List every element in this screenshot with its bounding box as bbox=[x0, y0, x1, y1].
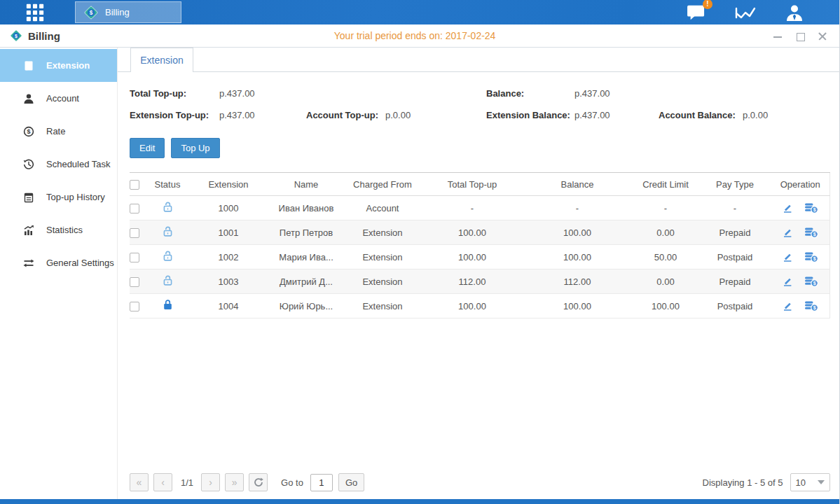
col-extension: Extension bbox=[187, 173, 270, 196]
tab-extension[interactable]: Extension bbox=[130, 48, 193, 72]
refresh-icon bbox=[254, 477, 263, 487]
sidebar-item-account[interactable]: Account bbox=[0, 82, 117, 115]
ledger-icon bbox=[23, 192, 34, 203]
sidebar-item-scheduled-task[interactable]: Scheduled Task bbox=[0, 148, 117, 181]
cell-balance: 100.00 bbox=[522, 220, 633, 245]
cell-extension: 1000 bbox=[187, 196, 270, 220]
sidebar-item-extension[interactable]: Extension bbox=[0, 49, 117, 82]
cell-total-topup: 100.00 bbox=[422, 220, 522, 245]
cell-extension: 1004 bbox=[187, 294, 270, 318]
minimize-button[interactable] bbox=[772, 31, 783, 42]
col-balance: Balance bbox=[522, 173, 633, 196]
cell-credit-limit: 0.00 bbox=[633, 220, 698, 245]
last-page-button[interactable]: » bbox=[225, 473, 244, 491]
top-up-button[interactable]: Top Up bbox=[171, 138, 219, 158]
maximize-button[interactable] bbox=[794, 31, 806, 42]
taskbar-tab-label: Billing bbox=[105, 7, 130, 18]
trial-notice: Your trial period ends on: 2017-02-24 bbox=[334, 30, 496, 41]
reports-button[interactable] bbox=[734, 4, 757, 22]
edit-row-icon[interactable] bbox=[782, 276, 793, 287]
arrows-settings-icon bbox=[23, 258, 34, 269]
sidebar-item-label: Rate bbox=[46, 126, 65, 136]
row-checkbox[interactable] bbox=[130, 204, 139, 214]
cell-total-topup: 112.00 bbox=[422, 270, 522, 294]
sidebar-item-general-settings[interactable]: General Settings bbox=[0, 246, 117, 279]
sidebar-item-topup-history[interactable]: Top-up History bbox=[0, 181, 117, 214]
user-menu-button[interactable] bbox=[783, 4, 806, 22]
cell-name: Юрий Юрь... bbox=[270, 294, 343, 318]
goto-page-input[interactable] bbox=[310, 474, 333, 491]
refresh-button[interactable] bbox=[249, 473, 268, 491]
account-topup-value: p.0.00 bbox=[385, 110, 486, 120]
sidebar-item-statistics[interactable]: Statistics bbox=[0, 214, 117, 246]
balance-label: Balance: bbox=[486, 88, 574, 99]
cell-extension: 1002 bbox=[187, 245, 270, 270]
top-up-row-icon[interactable]: $ bbox=[804, 227, 818, 238]
page-size-value: 10 bbox=[796, 477, 806, 488]
next-page-button[interactable]: › bbox=[201, 473, 220, 491]
row-checkbox[interactable] bbox=[130, 302, 139, 312]
table-header-row: Status Extension Name Charged From Total… bbox=[130, 173, 829, 196]
top-up-row-icon[interactable]: $ bbox=[804, 300, 818, 312]
svg-text:$: $ bbox=[15, 34, 18, 39]
row-checkbox[interactable] bbox=[130, 277, 139, 287]
row-checkbox[interactable] bbox=[130, 253, 139, 262]
goto-label: Go to bbox=[281, 477, 303, 488]
svg-text:$: $ bbox=[813, 207, 816, 213]
go-button[interactable]: Go bbox=[338, 473, 364, 491]
extension-topup-value: p.437.00 bbox=[219, 110, 306, 120]
sidebar-item-label: Top-up History bbox=[46, 192, 105, 202]
notifications-button[interactable]: ! bbox=[685, 4, 708, 22]
first-page-button[interactable]: « bbox=[130, 473, 149, 491]
main-content: Extension Total Top-up: p.437.00 Balance… bbox=[118, 48, 840, 499]
edit-row-icon[interactable] bbox=[782, 202, 793, 214]
edit-button[interactable]: Edit bbox=[130, 138, 165, 158]
row-checkbox[interactable] bbox=[130, 228, 139, 238]
total-topup-value: p.437.00 bbox=[219, 88, 306, 99]
extension-table-body: 1000 Иван Иванов Account - - - - bbox=[130, 196, 829, 318]
table-row[interactable]: 1003 Дмитрий Д... Extension 112.00 112.0… bbox=[130, 270, 829, 294]
grid-icon bbox=[26, 4, 44, 22]
close-button[interactable] bbox=[817, 31, 828, 42]
cell-balance: 112.00 bbox=[522, 270, 633, 294]
table-row[interactable]: 1000 Иван Иванов Account - - - - bbox=[130, 196, 829, 220]
cell-extension: 1003 bbox=[187, 270, 270, 294]
top-up-row-icon[interactable]: $ bbox=[804, 276, 818, 287]
sidebar-item-label: Account bbox=[46, 93, 79, 104]
cell-balance: 100.00 bbox=[522, 294, 633, 318]
cell-name: Дмитрий Д... bbox=[270, 270, 343, 294]
top-up-row-icon[interactable]: $ bbox=[804, 202, 818, 214]
apps-grid-icon[interactable] bbox=[25, 2, 46, 23]
edit-row-icon[interactable] bbox=[782, 251, 793, 262]
cell-name: Иван Иванов bbox=[270, 196, 343, 220]
unlocked-icon bbox=[162, 225, 174, 237]
edit-row-icon[interactable] bbox=[782, 227, 793, 238]
cell-credit-limit: 50.00 bbox=[633, 245, 698, 270]
unlocked-icon bbox=[162, 201, 174, 213]
table-row[interactable]: 1001 Петр Петров Extension 100.00 100.00… bbox=[130, 220, 829, 245]
page-indicator: 1/1 bbox=[177, 477, 197, 488]
top-up-row-icon[interactable]: $ bbox=[804, 251, 818, 262]
pagination-bar: « ‹ 1/1 › » Go to Go Displaying 1 - 5 of… bbox=[130, 473, 830, 491]
person-icon bbox=[23, 93, 34, 104]
col-status: Status bbox=[148, 173, 187, 196]
sidebar-item-label: Extension bbox=[46, 60, 90, 71]
table-row[interactable]: 1004 Юрий Юрь... Extension 100.00 100.00… bbox=[130, 294, 829, 318]
edit-row-icon[interactable] bbox=[782, 300, 793, 312]
svg-text:$: $ bbox=[27, 128, 30, 135]
sidebar: Extension Account $ Rate bbox=[0, 48, 118, 499]
cell-extension: 1001 bbox=[187, 220, 270, 245]
dollar-circle-icon: $ bbox=[23, 126, 34, 137]
table-row[interactable]: 1002 Мария Ива... Extension 100.00 100.0… bbox=[130, 245, 829, 270]
account-balance-value: p.0.00 bbox=[743, 110, 830, 120]
sidebar-item-rate[interactable]: $ Rate bbox=[0, 115, 117, 148]
prev-page-button[interactable]: ‹ bbox=[153, 473, 172, 491]
user-icon bbox=[785, 4, 804, 22]
select-all-checkbox[interactable] bbox=[130, 180, 139, 190]
line-chart-icon bbox=[735, 4, 756, 21]
window-title-text: Billing bbox=[28, 30, 60, 42]
col-charged-from: Charged From bbox=[343, 173, 422, 196]
sidebar-item-label: General Settings bbox=[46, 258, 114, 268]
taskbar-tab-billing[interactable]: $ Billing bbox=[75, 1, 181, 23]
page-size-dropdown[interactable]: 10 bbox=[790, 473, 830, 491]
